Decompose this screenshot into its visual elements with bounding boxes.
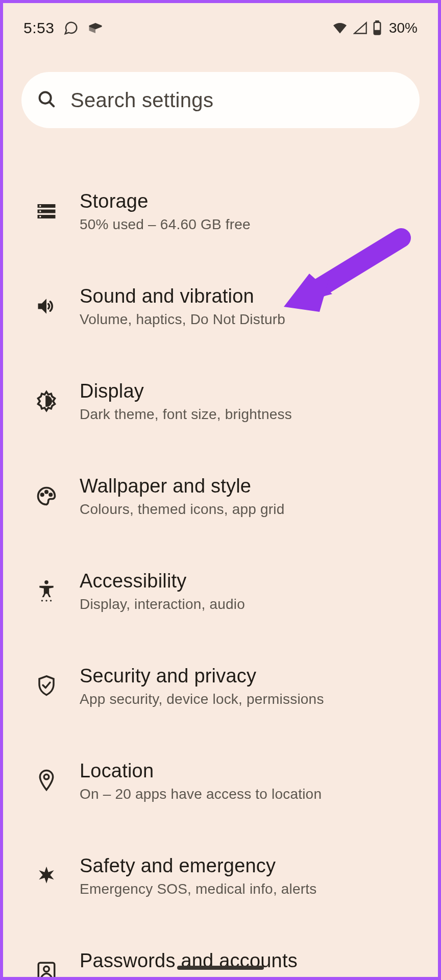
status-bar: 5:53 30% [3,3,438,46]
settings-item-storage[interactable]: Storage 50% used – 64.60 GB free [3,164,438,259]
search-bar[interactable]: Search settings [21,72,420,128]
item-title: Storage [80,190,418,212]
wifi-icon [332,21,348,35]
settings-item-passwords[interactable]: Passwords and accounts Saved passwords, … [3,923,438,980]
item-subtitle: Saved passwords, auto-fill, synced accou… [80,976,418,981]
search-placeholder: Search settings [70,89,213,112]
settings-list: Storage 50% used – 64.60 GB free Sound a… [3,143,438,980]
item-subtitle: On – 20 apps have access to location [80,786,418,802]
status-left: 5:53 [23,19,103,37]
svg-point-9 [39,210,41,212]
svg-point-10 [39,216,41,218]
emergency-icon [34,865,59,887]
shield-icon [34,674,59,698]
item-subtitle: App security, device lock, permissions [80,691,418,707]
package-icon [88,21,103,35]
svg-point-17 [50,600,52,601]
item-title: Wallpaper and style [80,475,418,497]
settings-item-display[interactable]: Display Dark theme, font size, brightnes… [3,354,438,449]
item-subtitle: Volume, haptics, Do Not Disturb [80,311,418,328]
item-title: Security and privacy [80,665,418,687]
settings-item-location[interactable]: Location On – 20 apps have access to loc… [3,733,438,828]
svg-point-18 [44,774,49,779]
clock: 5:53 [23,19,54,37]
display-icon [34,390,59,412]
svg-line-4 [50,102,54,106]
settings-item-accessibility[interactable]: Accessibility Display, interaction, audi… [3,544,438,639]
svg-point-12 [45,491,47,493]
item-subtitle: 50% used – 64.60 GB free [80,216,418,233]
item-title: Location [80,760,418,782]
item-subtitle: Colours, themed icons, app grid [80,501,418,518]
item-subtitle: Emergency SOS, medical info, alerts [80,881,418,897]
status-right: 30% [332,20,418,36]
item-title: Display [80,380,418,402]
sound-icon [34,295,59,317]
item-title: Safety and emergency [80,855,418,877]
accessibility-icon [34,579,59,603]
item-subtitle: Display, interaction, audio [80,596,418,612]
navigation-handle[interactable] [177,966,264,970]
item-title: Accessibility [80,570,418,592]
svg-point-8 [39,205,41,207]
search-icon [37,89,56,111]
settings-item-sound[interactable]: Sound and vibration Volume, haptics, Do … [3,259,438,354]
svg-point-20 [44,966,50,972]
svg-point-14 [44,580,48,584]
battery-icon [373,20,382,36]
whatsapp-icon [63,20,79,36]
settings-item-safety[interactable]: Safety and emergency Emergency SOS, medi… [3,828,438,923]
location-icon [34,769,59,793]
svg-point-15 [41,600,43,601]
svg-point-16 [45,600,47,601]
svg-rect-2 [375,31,380,34]
item-subtitle: Dark theme, font size, brightness [80,406,418,423]
settings-item-security[interactable]: Security and privacy App security, devic… [3,639,438,733]
storage-icon [34,201,59,222]
palette-icon [34,485,59,507]
svg-point-11 [41,494,43,496]
item-title: Sound and vibration [80,285,418,307]
svg-rect-1 [376,21,378,22]
svg-point-13 [50,494,52,496]
battery-percentage: 30% [389,20,418,36]
account-icon [34,960,59,980]
signal-icon [353,21,368,35]
settings-item-wallpaper[interactable]: Wallpaper and style Colours, themed icon… [3,449,438,544]
